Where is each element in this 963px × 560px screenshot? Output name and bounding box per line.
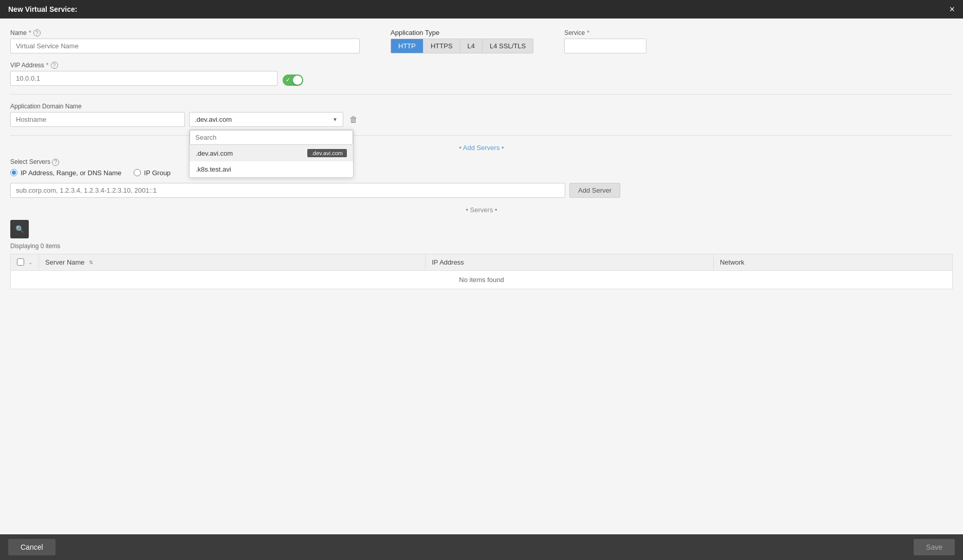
chevron-down-icon: ▼ xyxy=(332,117,338,122)
service-label: Service * xyxy=(564,29,646,36)
table-empty-row: No items found xyxy=(11,270,953,289)
select-servers-section: Select Servers ? IP Address, Range, or D… xyxy=(10,158,953,177)
name-apptype-service-row: Name * ? Application Type HTTP HTTPS L4 … xyxy=(10,29,953,53)
radio-group: IP Address, Range, or DNS Name IP Group xyxy=(10,169,953,177)
search-bar: 🔍 xyxy=(10,220,953,238)
app-type-https-button[interactable]: HTTPS xyxy=(423,39,460,53)
dropdown-item-k8s-test[interactable]: .k8s.test.avi xyxy=(190,161,353,177)
name-input[interactable] xyxy=(10,39,360,53)
add-servers-link[interactable]: • Add Servers • xyxy=(459,144,504,152)
radio-ip-group[interactable]: IP Group xyxy=(134,169,171,177)
vip-label: VIP Address * ? xyxy=(10,62,277,69)
table-header-ip-address: IP Address xyxy=(425,254,714,270)
delete-domain-button[interactable]: 🗑 xyxy=(347,113,360,126)
domain-label: Application Domain Name xyxy=(10,103,953,110)
servers-header: • Servers • xyxy=(10,206,953,214)
radio-ip-label: IP Address, Range, or DNS Name xyxy=(21,169,121,177)
dropdown-item-label: .k8s.test.avi xyxy=(196,165,231,173)
domain-row: .dev.avi.com ▼ .dev.avi.com .dev.avi.com… xyxy=(10,112,953,127)
app-type-label: Application Type xyxy=(391,29,533,36)
app-type-l4ssl-button[interactable]: L4 SSL/TLS xyxy=(483,39,533,53)
vip-toggle[interactable]: ✓ xyxy=(283,74,303,86)
service-group: Service * 80 xyxy=(564,29,646,53)
modal-footer: Cancel Save xyxy=(0,534,963,560)
modal-close-button[interactable]: × xyxy=(949,5,955,14)
vip-input[interactable] xyxy=(10,71,277,86)
new-virtual-service-modal: New Virtual Service: × Name * ? Applicat… xyxy=(0,0,963,560)
section-divider-2 xyxy=(10,135,953,136)
modal-body: Name * ? Application Type HTTP HTTPS L4 … xyxy=(0,18,963,534)
toggle-track: ✓ xyxy=(283,74,303,86)
domain-group: Application Domain Name .dev.avi.com ▼ .… xyxy=(10,103,953,129)
vip-group: VIP Address * ? xyxy=(10,62,277,86)
table-header-checkbox: ⌄ xyxy=(11,254,39,270)
displaying-count: Displaying 0 items xyxy=(10,242,953,250)
dropdown-item-label: .dev.avi.com xyxy=(196,150,233,157)
servers-table: ⌄ Server Name ⇅ IP Address Network xyxy=(10,254,953,289)
app-type-http-button[interactable]: HTTP xyxy=(391,39,423,53)
domain-dropdown-panel: .dev.avi.com .dev.avi.com .k8s.test.avi xyxy=(189,129,354,178)
add-servers-section: • Add Servers • xyxy=(10,144,953,152)
server-ip-row: Add Server xyxy=(10,183,953,198)
search-icon: 🔍 xyxy=(15,225,24,233)
table-header-network: Network xyxy=(713,254,952,270)
app-type-l4-button[interactable]: L4 xyxy=(460,39,483,53)
domain-dropdown: .dev.avi.com ▼ .dev.avi.com .dev.avi.com… xyxy=(189,112,343,127)
sort-icon: ⌄ xyxy=(28,259,32,265)
service-input[interactable]: 80 xyxy=(564,39,646,53)
trash-icon: 🗑 xyxy=(349,115,358,124)
app-type-buttons: HTTP HTTPS L4 L4 SSL/TLS xyxy=(391,39,533,53)
name-group: Name * ? xyxy=(10,29,360,53)
cancel-button[interactable]: Cancel xyxy=(8,539,55,555)
select-servers-help-icon[interactable]: ? xyxy=(52,159,59,166)
add-server-button[interactable]: Add Server xyxy=(569,183,620,198)
name-help-icon[interactable]: ? xyxy=(33,29,41,36)
name-label: Name * ? xyxy=(10,29,360,36)
no-items-cell: No items found xyxy=(11,270,953,289)
hostname-input[interactable] xyxy=(10,112,185,127)
table-header-server-name: Server Name ⇅ xyxy=(39,254,425,270)
toggle-track-container[interactable]: ✓ xyxy=(283,74,303,86)
radio-ip-input[interactable] xyxy=(10,169,17,176)
radio-ip-address[interactable]: IP Address, Range, or DNS Name xyxy=(10,169,121,177)
select-all-checkbox[interactable] xyxy=(17,258,24,266)
server-ip-input[interactable] xyxy=(10,183,565,198)
vip-row: VIP Address * ? ✓ xyxy=(10,62,953,86)
modal-title: New Virtual Service: xyxy=(8,5,77,13)
select-servers-label: Select Servers ? xyxy=(10,158,59,165)
toggle-check-icon: ✓ xyxy=(286,77,290,83)
toggle-knob xyxy=(293,76,302,85)
vip-help-icon[interactable]: ? xyxy=(51,62,58,69)
modal-header: New Virtual Service: × xyxy=(0,0,963,18)
save-button[interactable]: Save xyxy=(914,539,955,555)
tooltip-badge: .dev.avi.com xyxy=(307,149,347,157)
section-divider xyxy=(10,94,953,95)
domain-search-input[interactable] xyxy=(190,130,353,145)
domain-selected-value: .dev.avi.com xyxy=(195,116,232,123)
radio-group-label: IP Group xyxy=(144,169,171,177)
dropdown-item-dev-avi[interactable]: .dev.avi.com .dev.avi.com xyxy=(190,145,353,161)
server-name-sort-icon[interactable]: ⇅ xyxy=(89,259,93,265)
domain-select-button[interactable]: .dev.avi.com ▼ xyxy=(189,112,343,127)
radio-group-input[interactable] xyxy=(134,169,141,176)
application-type-group: Application Type HTTP HTTPS L4 L4 SSL/TL… xyxy=(391,29,533,53)
search-button[interactable]: 🔍 xyxy=(10,220,29,238)
table-header-row: ⌄ Server Name ⇅ IP Address Network xyxy=(11,254,953,270)
